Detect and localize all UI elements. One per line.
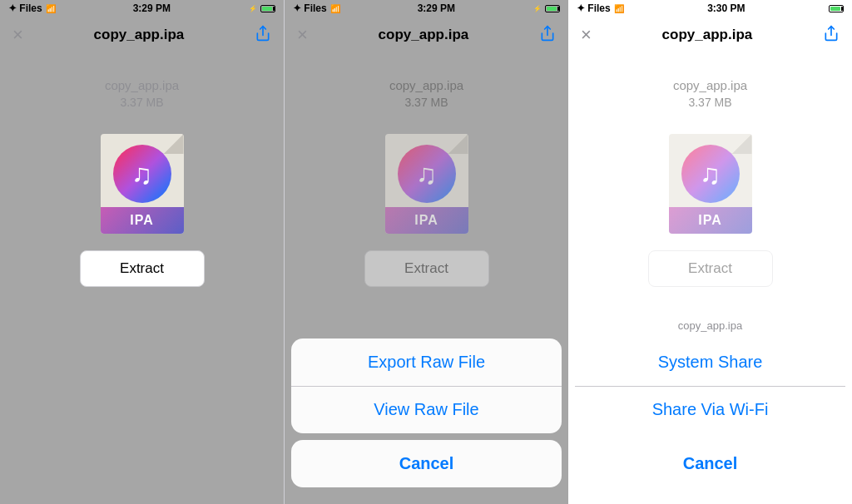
status-right-2: ⚡: [532, 5, 560, 12]
file-name-1: copy_app.ipa: [105, 78, 179, 92]
battery-fill-3: [830, 7, 840, 11]
ipa-page-1: ♫ IPA: [101, 134, 184, 234]
action-sheet-cancel-2[interactable]: Cancel: [291, 440, 562, 487]
file-name-3: copy_app.ipa: [673, 78, 747, 92]
status-left-1: ✦ Files 📶: [8, 2, 56, 14]
music-note-1: ♫: [131, 158, 153, 190]
ipa-label-2: IPA: [385, 207, 468, 234]
ipa-music-icon-1: ♫: [113, 145, 171, 203]
nav-bar-3: × copy_app.ipa: [568, 17, 852, 53]
action-sheet-2: Export Raw File View Raw File Cancel: [285, 332, 568, 504]
status-time-3: 3:30 PM: [707, 2, 745, 14]
panel-2: ✦ Files 📶 3:29 PM ⚡ × copy_app.ipa copy_…: [285, 0, 568, 504]
ipa-music-icon-3: ♫: [681, 145, 740, 203]
nav-bar-2: × copy_app.ipa: [285, 17, 568, 53]
file-view-1: copy_app.ipa 3.37 MB ♫ IPA Extract: [0, 53, 284, 504]
battery-1: [260, 5, 275, 12]
wifi-icon-3: 📶: [614, 4, 624, 13]
battery-fill-1: [262, 7, 272, 11]
status-right-1: ⚡: [248, 5, 275, 12]
action-sheet-item-export-raw[interactable]: Export Raw File: [291, 338, 562, 386]
nav-bar-1: × copy_app.ipa: [0, 17, 284, 53]
status-right-3: [829, 5, 844, 12]
files-app-label-3: ✦ Files: [577, 2, 611, 14]
close-button-3[interactable]: ×: [581, 26, 592, 44]
share-button-1[interactable]: [255, 25, 271, 46]
status-time-2: 3:29 PM: [418, 2, 455, 14]
battery-tip-1: [273, 7, 275, 11]
files-app-label-2: ✦ Files: [293, 2, 327, 14]
extract-button-3[interactable]: Extract: [648, 250, 773, 287]
extract-button-1[interactable]: Extract: [80, 250, 205, 287]
action-sheet-group-3: copy_app.ipa System Share Share Via Wi-F…: [575, 308, 845, 433]
share-button-3[interactable]: [823, 25, 840, 46]
bolt-icon-2: ⚡: [533, 5, 542, 12]
ipa-icon-1: ♫ IPA: [97, 126, 188, 234]
close-button-1[interactable]: ×: [12, 26, 23, 44]
action-sheet-item-view-raw[interactable]: View Raw File: [291, 386, 562, 433]
music-note-2: ♫: [416, 158, 438, 190]
status-bar-2: ✦ Files 📶 3:29 PM ⚡: [285, 0, 568, 17]
nav-title-2: copy_app.ipa: [379, 27, 469, 43]
nav-title-1: copy_app.ipa: [94, 27, 185, 43]
ipa-icon-2: ♫ IPA: [381, 126, 473, 234]
status-bar-3: ✦ Files 📶 3:30 PM: [568, 0, 852, 17]
files-app-label-1: ✦ Files: [8, 2, 42, 14]
panel-1: ✦ Files 📶 3:29 PM ⚡ × copy_app.ipa copy_…: [0, 0, 285, 504]
ipa-page-2: ♫ IPA: [385, 134, 468, 234]
ipa-label-1: IPA: [101, 207, 184, 234]
file-size-2: 3.37 MB: [404, 96, 448, 109]
wifi-icon-2: 📶: [330, 4, 340, 13]
action-sheet-item-system-share[interactable]: System Share: [575, 338, 845, 386]
action-sheet-title-3: copy_app.ipa: [575, 308, 845, 338]
action-sheet-cancel-3[interactable]: Cancel: [575, 440, 845, 487]
action-sheet-item-wifi-share[interactable]: Share Via Wi-Fi: [575, 386, 845, 433]
ipa-icon-3: ♫ IPA: [665, 126, 756, 234]
battery-tip-3: [841, 7, 843, 11]
bolt-icon-1: ⚡: [249, 5, 257, 12]
status-bar-1: ✦ Files 📶 3:29 PM ⚡: [0, 0, 284, 17]
file-name-2: copy_app.ipa: [389, 78, 463, 92]
close-button-2[interactable]: ×: [297, 26, 308, 44]
action-sheet-3: copy_app.ipa System Share Share Via Wi-F…: [568, 301, 852, 504]
battery-3: [829, 5, 844, 12]
ipa-page-3: ♫ IPA: [669, 134, 752, 234]
wifi-icon-1: 📶: [46, 4, 56, 13]
status-left-2: ✦ Files 📶: [293, 2, 340, 14]
status-time-1: 3:29 PM: [133, 2, 171, 14]
file-size-1: 3.37 MB: [120, 96, 163, 109]
share-button-2[interactable]: [539, 25, 556, 46]
status-left-3: ✦ Files 📶: [577, 2, 624, 14]
extract-button-2[interactable]: Extract: [364, 250, 489, 287]
nav-title-3: copy_app.ipa: [662, 27, 753, 43]
ipa-music-icon-2: ♫: [398, 145, 456, 203]
battery-2: [545, 5, 560, 12]
battery-fill-2: [547, 7, 557, 11]
panel-3: ✦ Files 📶 3:30 PM × copy_app.ipa copy_ap…: [568, 0, 852, 504]
file-size-3: 3.37 MB: [688, 96, 731, 109]
action-sheet-group-2: Export Raw File View Raw File: [291, 338, 562, 433]
ipa-label-3: IPA: [669, 207, 752, 234]
music-note-3: ♫: [700, 158, 721, 190]
battery-tip-2: [557, 7, 559, 11]
